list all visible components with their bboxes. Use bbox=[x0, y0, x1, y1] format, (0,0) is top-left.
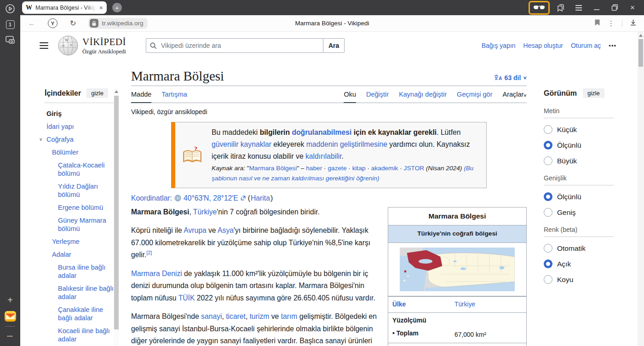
coordinates-value[interactable]: 40°63'N, 28°12'E bbox=[184, 194, 238, 202]
window-close-icon[interactable]: × bbox=[626, 2, 639, 14]
inline-link[interactable]: Avrupa bbox=[184, 226, 206, 234]
inline-link[interactable]: doğrulanabilmesi bbox=[292, 128, 351, 136]
tab-close-icon[interactable]: × bbox=[99, 5, 103, 11]
header-more-icon[interactable]: ••• bbox=[609, 42, 616, 49]
tab-madde[interactable]: Madde bbox=[131, 91, 151, 103]
inline-link[interactable]: maddenin geliştirilmesine bbox=[306, 140, 387, 148]
radio-selected-icon[interactable] bbox=[544, 141, 552, 150]
toc-item[interactable]: Güney Marmara bölümü bbox=[45, 216, 115, 233]
inline-link[interactable]: akademik bbox=[371, 165, 398, 172]
radio-icon[interactable] bbox=[544, 208, 552, 217]
radio-option-otomatik[interactable]: Otomatik bbox=[544, 244, 614, 253]
radio-option-küçük[interactable]: Küçük bbox=[544, 125, 614, 134]
inline-link[interactable]: Marmara Denizi bbox=[131, 270, 182, 277]
inline-link[interactable]: kitap bbox=[352, 165, 366, 172]
inline-link[interactable]: ticaret bbox=[226, 312, 246, 320]
radio-option-açık[interactable]: Açık bbox=[544, 260, 614, 268]
tab-geçmişi-gör[interactable]: Geçmişi gör bbox=[457, 91, 492, 103]
collections-icon[interactable] bbox=[554, 2, 568, 14]
bookmark-icon[interactable] bbox=[594, 19, 600, 28]
page-scrollbar[interactable] bbox=[638, 31, 644, 346]
tab-araçlar[interactable]: Araçlar ∨ bbox=[502, 91, 527, 103]
sidebar-more-icon[interactable]: ••• bbox=[0, 329, 20, 344]
header-link-1[interactable]: Hesap oluştur bbox=[523, 42, 563, 49]
inline-link[interactable]: tarım bbox=[281, 312, 298, 320]
toc-hide-button[interactable]: gizle bbox=[86, 88, 108, 98]
sidebar-add-icon[interactable]: + bbox=[0, 292, 20, 308]
radio-option-geniş[interactable]: Geniş bbox=[544, 208, 614, 217]
infobox-subtitle[interactable]: Türkiye'nin coğrafi bölgesi bbox=[388, 225, 526, 243]
turkey-map[interactable] bbox=[400, 248, 515, 291]
reload-icon[interactable]: ↻ bbox=[70, 20, 76, 27]
toc-item[interactable]: İdari yapı bbox=[45, 122, 115, 131]
scrollbar-thumb[interactable] bbox=[114, 96, 119, 329]
reader-glasses-icon[interactable] bbox=[529, 1, 550, 15]
radio-selected-icon[interactable] bbox=[544, 192, 552, 201]
inline-link[interactable]: gazete bbox=[328, 165, 346, 172]
yandex-mail-icon[interactable] bbox=[0, 308, 20, 324]
toc-scrollbar[interactable] bbox=[114, 89, 119, 346]
scrollbar-thumb[interactable] bbox=[638, 39, 643, 67]
radio-option-büyük[interactable]: Büyük bbox=[544, 156, 614, 165]
inline-link[interactable]: JSTOR bbox=[404, 165, 425, 172]
restore-icon[interactable] bbox=[608, 2, 621, 14]
scroll-up-arrow[interactable] bbox=[639, 34, 643, 37]
radio-icon[interactable] bbox=[544, 156, 552, 165]
tab-oku[interactable]: Oku bbox=[344, 91, 356, 103]
language-button[interactable]: A 63 dil ∨ bbox=[494, 74, 527, 84]
appearance-hide-button[interactable]: gizle bbox=[583, 88, 604, 98]
browser-tab[interactable]: W Marmara Bölgesi - Vikip × bbox=[22, 1, 107, 14]
radio-icon[interactable] bbox=[544, 275, 552, 284]
header-link-0[interactable]: Bağış yapın bbox=[482, 42, 516, 49]
back-icon[interactable]: ← bbox=[28, 20, 35, 27]
yandex-button[interactable]: Y bbox=[48, 18, 58, 28]
inline-link[interactable]: TÜİK bbox=[178, 294, 195, 302]
infobox-label[interactable]: Ülke bbox=[388, 296, 450, 313]
toc-item[interactable]: Ergene bölümü bbox=[45, 203, 115, 212]
new-tab-button[interactable]: + bbox=[112, 3, 122, 12]
tab-tartışma[interactable]: Tartışma bbox=[161, 91, 187, 103]
toc-item[interactable]: Bursa iline bağlı adalar bbox=[45, 263, 115, 280]
radio-option-koyu[interactable]: Koyu bbox=[544, 275, 614, 284]
screenshot-icon[interactable] bbox=[0, 32, 20, 48]
infobox-value[interactable]: Türkiye bbox=[450, 296, 526, 313]
toc-item[interactable]: Balıkesir iline bağlı adalar bbox=[45, 284, 115, 301]
toc-item[interactable]: Bölümler bbox=[45, 148, 115, 156]
inline-link[interactable]: [2] bbox=[146, 250, 152, 255]
inline-link[interactable]: sanayi bbox=[201, 312, 222, 320]
play-icon[interactable] bbox=[0, 1, 20, 17]
toc-item[interactable]: Yerleşme bbox=[45, 237, 115, 246]
radio-option-ölçünlü[interactable]: Ölçünlü bbox=[544, 141, 614, 150]
toc-expand-icon[interactable]: ∨ bbox=[39, 135, 42, 144]
search-input[interactable] bbox=[160, 41, 319, 50]
wikipedia-logo[interactable]: W Ω N VİKİPEDİ Özgür Ansiklopedi bbox=[58, 35, 126, 56]
toc-item[interactable]: Çatalca-Kocaeli bölümü bbox=[45, 161, 115, 178]
minimize-icon[interactable] bbox=[590, 2, 604, 14]
tab-counter-icon[interactable]: 1 bbox=[0, 17, 20, 32]
menu-icon[interactable] bbox=[572, 2, 586, 14]
radio-option-ölçünlü[interactable]: Ölçünlü bbox=[544, 192, 614, 201]
toc-item[interactable]: Yıldız Dağları bölümü bbox=[45, 182, 115, 199]
inline-link[interactable]: Asya bbox=[218, 226, 234, 234]
domain-pill[interactable]: tr.wikipedia.org bbox=[88, 18, 148, 29]
toc-item[interactable]: Giriş bbox=[45, 110, 115, 118]
downloads-icon[interactable] bbox=[630, 19, 637, 28]
toc-item[interactable]: Adalar bbox=[45, 250, 115, 259]
tab-kaynağı-değiştir[interactable]: Kaynağı değiştir bbox=[399, 91, 447, 103]
radio-icon[interactable] bbox=[544, 125, 552, 134]
scroll-up-arrow[interactable] bbox=[115, 90, 118, 93]
inline-link[interactable]: Marmara Bölgesi bbox=[249, 165, 297, 172]
more-options-icon[interactable]: ⋮ bbox=[608, 19, 615, 28]
inline-link[interactable]: kaldırılabilir bbox=[305, 152, 341, 160]
search-button[interactable]: Ara bbox=[323, 38, 345, 53]
map-link[interactable]: Harita bbox=[251, 194, 270, 202]
inline-link[interactable]: turizm bbox=[250, 312, 270, 320]
coordinates-label[interactable]: Koordinatlar: bbox=[131, 194, 172, 202]
tab-değiştir[interactable]: Değiştir bbox=[366, 91, 389, 103]
inline-link[interactable]: Türkiye bbox=[193, 208, 217, 216]
toc-item[interactable]: ∨Coğrafya bbox=[45, 135, 115, 144]
toc-item[interactable]: Kocaeli iline bağlı adalar bbox=[45, 327, 115, 343]
toc-item[interactable]: Çanakkale iline bağlı adalar bbox=[45, 306, 115, 322]
radio-selected-icon[interactable] bbox=[544, 260, 552, 268]
search-box[interactable] bbox=[146, 38, 323, 53]
